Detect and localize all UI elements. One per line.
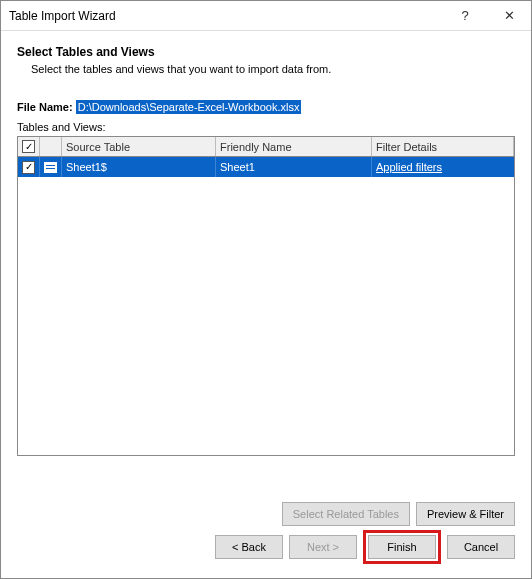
header-source[interactable]: Source Table xyxy=(62,137,216,156)
wizard-window: Table Import Wizard ? ✕ Select Tables an… xyxy=(0,0,532,579)
grid-header: Source Table Friendly Name Filter Detail… xyxy=(18,137,514,157)
back-button[interactable]: < Back xyxy=(215,535,283,559)
header-friendly[interactable]: Friendly Name xyxy=(216,137,372,156)
cancel-button[interactable]: Cancel xyxy=(447,535,515,559)
button-row-1: Select Related Tables Preview & Filter xyxy=(282,502,515,526)
filename-label: File Name: xyxy=(17,101,73,113)
tables-views-label: Tables and Views: xyxy=(17,121,515,133)
title-actions: ? ✕ xyxy=(443,1,531,31)
window-title: Table Import Wizard xyxy=(9,9,116,23)
next-button: Next > xyxy=(289,535,357,559)
row-checkbox[interactable] xyxy=(22,161,35,174)
page-heading: Select Tables and Views xyxy=(17,45,515,59)
finish-button[interactable]: Finish xyxy=(368,535,436,559)
header-filter[interactable]: Filter Details xyxy=(372,137,514,156)
finish-highlight: Finish xyxy=(363,530,441,564)
tables-grid: Source Table Friendly Name Filter Detail… xyxy=(17,136,515,456)
titlebar: Table Import Wizard ? ✕ xyxy=(1,1,531,31)
help-icon[interactable]: ? xyxy=(443,1,487,31)
page-subheading: Select the tables and views that you wan… xyxy=(31,63,515,75)
row-friendly[interactable]: Sheet1 xyxy=(216,157,372,177)
button-row-2: < Back Next > Finish Cancel xyxy=(215,530,515,564)
row-source: Sheet1$ xyxy=(62,157,216,177)
row-icon-cell xyxy=(40,157,62,177)
header-checkbox-cell[interactable] xyxy=(18,137,40,156)
select-all-checkbox[interactable] xyxy=(22,140,35,153)
applied-filters-link[interactable]: Applied filters xyxy=(376,161,442,173)
table-row[interactable]: Sheet1$ Sheet1 Applied filters xyxy=(18,157,514,177)
table-icon xyxy=(44,162,57,173)
filename-row: File Name: D:\Downloads\Separate-Excel-W… xyxy=(17,101,515,113)
content-area: Select Tables and Views Select the table… xyxy=(1,31,531,456)
filename-value[interactable]: D:\Downloads\Separate-Excel-Workbook.xls… xyxy=(76,100,302,114)
row-filter: Applied filters xyxy=(372,157,514,177)
header-icon-cell xyxy=(40,137,62,156)
preview-filter-button[interactable]: Preview & Filter xyxy=(416,502,515,526)
row-checkbox-cell[interactable] xyxy=(18,157,40,177)
select-related-tables-button: Select Related Tables xyxy=(282,502,410,526)
close-icon[interactable]: ✕ xyxy=(487,1,531,31)
